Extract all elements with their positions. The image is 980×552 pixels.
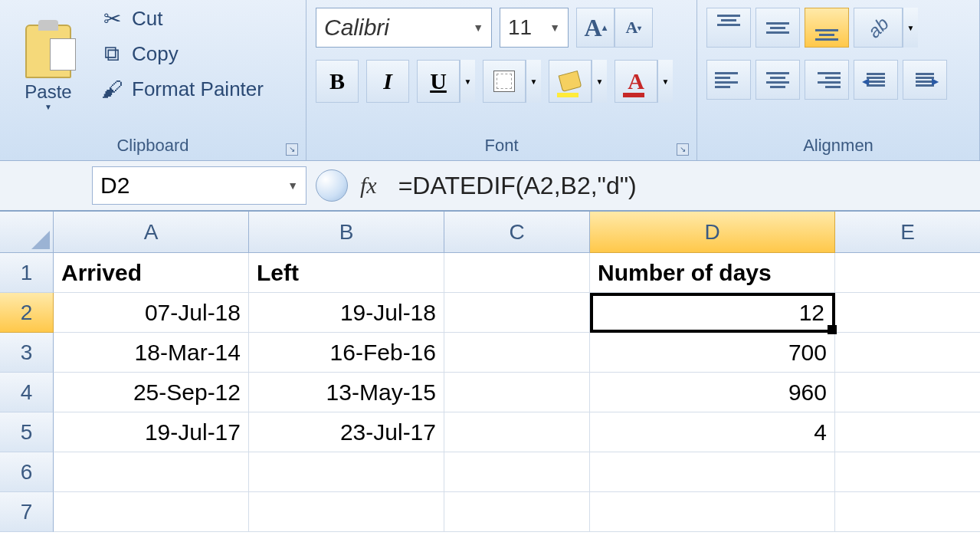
font-size-combo[interactable]: 11 ▼	[500, 8, 569, 48]
column-header-e[interactable]: E	[835, 212, 980, 253]
underline-dropdown[interactable]: ▼	[460, 60, 475, 103]
clipboard-launcher[interactable]: ↘	[286, 143, 298, 156]
cell-d7[interactable]	[590, 492, 835, 532]
cell-c4[interactable]	[444, 373, 590, 412]
align-right-button[interactable]	[805, 60, 849, 100]
cell-d4[interactable]: 960	[590, 373, 835, 412]
formula-input[interactable]: =DATEDIF(A2,B2,"d")	[389, 172, 980, 200]
grow-font-button[interactable]: A▴	[576, 8, 615, 48]
row-header-3[interactable]: 3	[0, 333, 54, 373]
border-dropdown[interactable]: ▼	[526, 60, 541, 103]
cell-e6[interactable]	[835, 452, 980, 492]
cell-d2[interactable]: 12	[590, 293, 835, 333]
decrease-indent-button[interactable]: ◀	[854, 60, 898, 100]
cell-b3[interactable]: 16-Feb-16	[249, 333, 444, 373]
column-header-a[interactable]: A	[54, 212, 249, 253]
cut-button[interactable]: ✂ Cut	[100, 6, 264, 31]
font-color-dropdown[interactable]: ▼	[657, 60, 673, 103]
row-header-2[interactable]: 2	[0, 293, 54, 333]
cell-e7[interactable]	[835, 492, 980, 532]
cell-e5[interactable]	[835, 412, 980, 452]
cell-c5[interactable]	[444, 412, 590, 452]
orientation-dropdown[interactable]: ▼	[903, 8, 918, 48]
increase-indent-button[interactable]: ▶	[903, 60, 947, 100]
row-header-5[interactable]: 5	[0, 412, 54, 452]
cell-b5[interactable]: 23-Jul-17	[249, 412, 444, 452]
scissors-icon: ✂	[100, 6, 124, 31]
name-box[interactable]: D2 ▼	[92, 166, 306, 205]
fill-color-dropdown[interactable]: ▼	[592, 60, 607, 103]
font-color-button[interactable]: A	[615, 60, 657, 103]
bold-button[interactable]: B	[316, 60, 359, 103]
column-header-c[interactable]: C	[444, 212, 590, 253]
paste-icon	[25, 25, 71, 78]
row-header-7[interactable]: 7	[0, 492, 54, 532]
cell-c1[interactable]	[444, 253, 590, 293]
cell-b2[interactable]: 19-Jul-18	[249, 293, 444, 333]
cell-reference: D2	[100, 172, 129, 199]
column-header-b[interactable]: B	[249, 212, 444, 253]
cell-a4[interactable]: 25-Sep-12	[54, 373, 249, 412]
cell-a1[interactable]: Arrived	[54, 253, 249, 293]
fill-color-button[interactable]	[549, 60, 592, 103]
font-launcher[interactable]: ↘	[677, 143, 689, 156]
align-bottom-button[interactable]	[805, 8, 849, 48]
border-button[interactable]	[483, 60, 526, 103]
cell-b1[interactable]: Left	[249, 253, 444, 293]
cell-e3[interactable]	[835, 333, 980, 373]
cut-label: Cut	[132, 7, 162, 31]
align-top-button[interactable]	[706, 8, 751, 48]
cell-c6[interactable]	[444, 452, 590, 492]
font-group: Calibri ▼ 11 ▼ A▴ A▾ B I U ▼	[306, 0, 697, 160]
fx-icon[interactable]: fx	[360, 172, 377, 199]
chevron-down-icon: ▼	[287, 179, 298, 192]
cell-d6[interactable]	[590, 452, 835, 492]
ribbon: Paste ▼ ✂ Cut ⧉ Copy 🖌 Format Painter Cl	[0, 0, 980, 161]
cell-a7[interactable]	[54, 492, 249, 532]
paste-label: Paste	[25, 81, 71, 103]
cell-d3[interactable]: 700	[590, 333, 835, 373]
cell-e2[interactable]	[835, 293, 980, 333]
row-header-1[interactable]: 1	[0, 253, 54, 293]
font-group-label: Font ↘	[313, 133, 690, 159]
cell-d5[interactable]: 4	[590, 412, 835, 452]
clipboard-group: Paste ▼ ✂ Cut ⧉ Copy 🖌 Format Painter Cl	[0, 0, 306, 160]
brush-icon: 🖌	[100, 77, 124, 101]
select-all-corner[interactable]	[0, 212, 54, 253]
paste-dropdown-arrow[interactable]: ▼	[44, 103, 52, 111]
cell-b6[interactable]	[249, 452, 444, 492]
paste-button[interactable]: Paste ▼	[6, 3, 90, 133]
align-center-button[interactable]	[755, 60, 800, 100]
cell-d1[interactable]: Number of days	[590, 253, 835, 293]
font-name-combo[interactable]: Calibri ▼	[316, 8, 492, 48]
align-left-button[interactable]	[706, 60, 751, 100]
copy-button[interactable]: ⧉ Copy	[100, 41, 264, 66]
orientation-button[interactable]: ab	[854, 8, 903, 48]
font-name-value: Calibri	[324, 15, 389, 41]
row-header-4[interactable]: 4	[0, 373, 54, 412]
italic-button[interactable]: I	[366, 60, 409, 103]
cell-b4[interactable]: 13-May-15	[249, 373, 444, 412]
cell-a6[interactable]	[54, 452, 249, 492]
cell-e4[interactable]	[835, 373, 980, 412]
row-header-6[interactable]: 6	[0, 452, 54, 492]
alignment-group-label: Alignmen	[703, 133, 973, 159]
cell-c7[interactable]	[444, 492, 590, 532]
column-header-d[interactable]: D	[590, 212, 835, 253]
cell-a3[interactable]: 18-Mar-14	[54, 333, 249, 373]
copy-label: Copy	[132, 42, 179, 66]
bucket-icon	[559, 71, 582, 92]
format-painter-button[interactable]: 🖌 Format Painter	[100, 77, 264, 101]
cell-a5[interactable]: 19-Jul-17	[54, 412, 249, 452]
cell-c3[interactable]	[444, 333, 590, 373]
underline-button[interactable]: U	[417, 60, 460, 103]
format-painter-label: Format Painter	[132, 77, 264, 101]
cell-c2[interactable]	[444, 293, 590, 333]
align-middle-button[interactable]	[755, 8, 800, 48]
shrink-font-button[interactable]: A▾	[615, 8, 653, 48]
cell-e1[interactable]	[835, 253, 980, 293]
spreadsheet-grid: A B C D E 1 Arrived Left Number of days …	[0, 212, 980, 532]
cell-a2[interactable]: 07-Jul-18	[54, 293, 249, 333]
cell-b7[interactable]	[249, 492, 444, 532]
cancel-formula-button[interactable]	[316, 169, 348, 202]
